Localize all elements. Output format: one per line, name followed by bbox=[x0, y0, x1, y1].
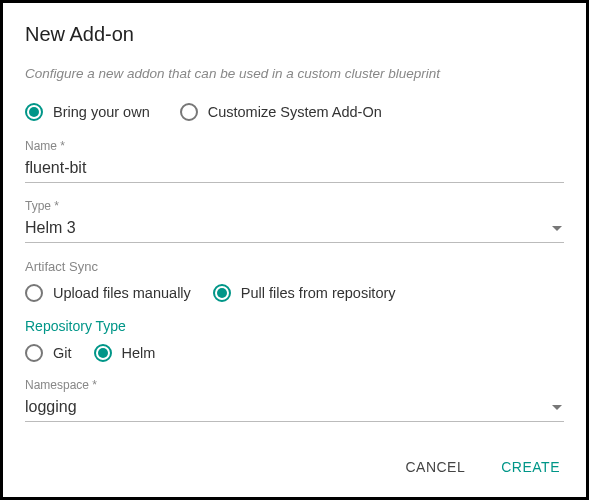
radio-unselected-icon bbox=[180, 103, 198, 121]
radio-label-git: Git bbox=[53, 345, 72, 361]
radio-selected-icon bbox=[94, 344, 112, 362]
type-select[interactable]: Helm 3 bbox=[25, 216, 564, 243]
radio-pull-files-from-repository[interactable]: Pull files from repository bbox=[213, 284, 396, 302]
radio-upload-files-manually[interactable]: Upload files manually bbox=[25, 284, 191, 302]
type-select-value: Helm 3 bbox=[25, 219, 76, 237]
namespace-label: Namespace * bbox=[25, 378, 564, 392]
dialog-actions: CANCEL CREATE bbox=[401, 453, 564, 481]
chevron-down-icon bbox=[552, 226, 562, 231]
create-button[interactable]: CREATE bbox=[497, 453, 564, 481]
chevron-down-icon bbox=[552, 405, 562, 410]
name-input[interactable] bbox=[25, 156, 564, 183]
artifact-sync-radio-group: Upload files manually Pull files from re… bbox=[25, 284, 564, 302]
radio-unselected-icon bbox=[25, 344, 43, 362]
cancel-button[interactable]: CANCEL bbox=[401, 453, 469, 481]
artifact-sync-section: Artifact Sync Upload files manually Pull… bbox=[25, 259, 564, 302]
source-radio-group: Bring your own Customize System Add-On bbox=[25, 103, 564, 121]
artifact-sync-label: Artifact Sync bbox=[25, 259, 564, 274]
name-field: Name * bbox=[25, 139, 564, 183]
radio-selected-icon bbox=[213, 284, 231, 302]
repository-type-radio-group: Git Helm bbox=[25, 344, 564, 362]
radio-selected-icon bbox=[25, 103, 43, 121]
radio-label-pull: Pull files from repository bbox=[241, 285, 396, 301]
radio-label-byo: Bring your own bbox=[53, 104, 150, 120]
radio-label-upload: Upload files manually bbox=[53, 285, 191, 301]
radio-label-customize: Customize System Add-On bbox=[208, 104, 382, 120]
namespace-field: Namespace * logging bbox=[25, 378, 564, 422]
radio-bring-your-own[interactable]: Bring your own bbox=[25, 103, 150, 121]
namespace-select[interactable]: logging bbox=[25, 395, 564, 422]
namespace-select-value: logging bbox=[25, 398, 77, 416]
radio-git[interactable]: Git bbox=[25, 344, 72, 362]
dialog-title: New Add-on bbox=[25, 23, 564, 46]
radio-customize-system-addon[interactable]: Customize System Add-On bbox=[180, 103, 382, 121]
name-label: Name * bbox=[25, 139, 564, 153]
radio-helm[interactable]: Helm bbox=[94, 344, 156, 362]
repository-type-label: Repository Type bbox=[25, 318, 564, 334]
radio-unselected-icon bbox=[25, 284, 43, 302]
type-label: Type * bbox=[25, 199, 564, 213]
type-field: Type * Helm 3 bbox=[25, 199, 564, 243]
repository-type-section: Repository Type Git Helm bbox=[25, 318, 564, 362]
radio-label-helm: Helm bbox=[122, 345, 156, 361]
dialog-subtitle: Configure a new addon that can be used i… bbox=[25, 66, 564, 81]
